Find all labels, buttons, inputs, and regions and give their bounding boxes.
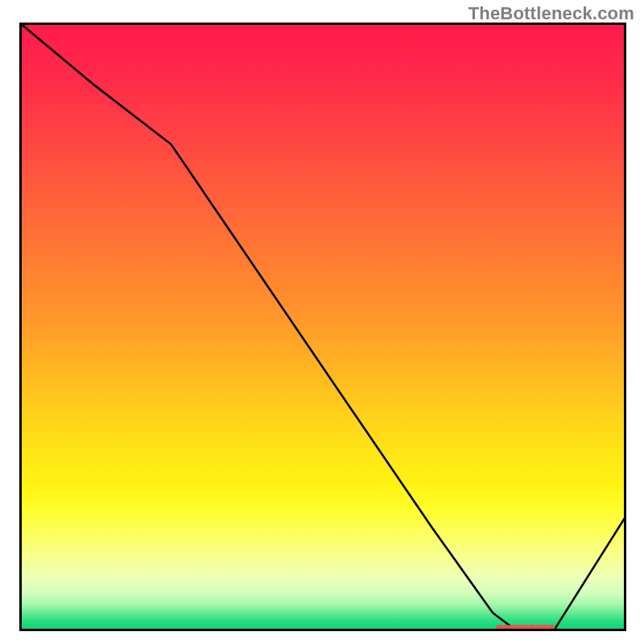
watermark-label: TheBottleneck.com	[469, 3, 634, 24]
chart-root: TheBottleneck.com	[0, 0, 644, 644]
plot-frame	[19, 23, 626, 631]
svg-rect-1	[21, 24, 625, 630]
plot-area	[19, 23, 626, 631]
plot-inner	[19, 23, 626, 631]
